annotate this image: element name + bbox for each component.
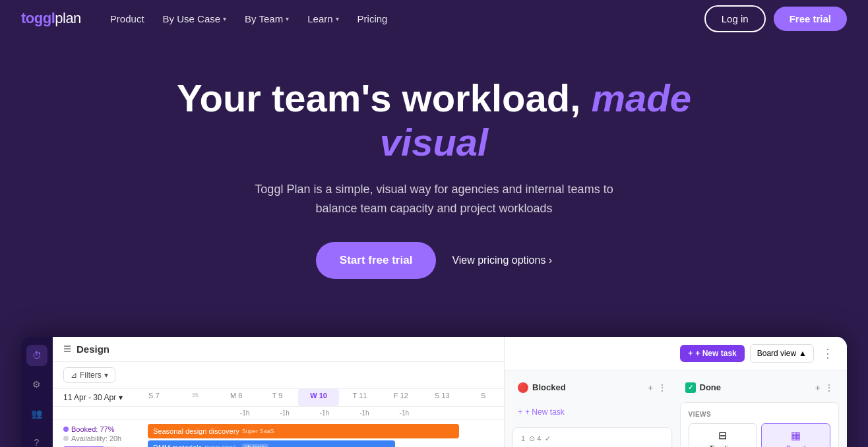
board-panel: + + New task Board view ▲ ⋮ 🚫 <box>504 337 847 447</box>
board-right-col: ✓ Done + ⋮ VIEWS ⊟ <box>680 378 840 447</box>
more-options-icon[interactable]: ⋮ <box>819 343 836 363</box>
task-label: Seasonal design discovery <box>153 427 239 435</box>
navbar: toggl plan Product By Use Case ▾ By Team… <box>0 0 868 37</box>
date-col-t9: T 9 <box>257 389 297 406</box>
done-col-header: ✓ Done + ⋮ <box>680 378 840 397</box>
minus-labels-row: -1h -1h -1h -1h -1h <box>53 407 504 420</box>
booking-percentage: Booked: 77% <box>63 425 135 433</box>
done-col-title: ✓ Done <box>685 382 722 393</box>
filter-button[interactable]: ⊿ Filters ▾ <box>63 367 115 383</box>
task-sub: Super SaaS <box>242 428 274 434</box>
task-card[interactable]: 1 ⊙ 4 ✓ [Odd use case] GitHub #1455: Use… <box>512 427 672 447</box>
timeline-panel: ☰ Design ⊿ Filters ▾ 11 Apr - 30 Apr ▾ S… <box>53 337 504 447</box>
date-col-35: 35 <box>175 389 216 406</box>
hero-cta: Start free trial View pricing options › <box>150 242 718 279</box>
date-range-button[interactable]: 11 Apr - 30 Apr ▾ <box>53 389 133 406</box>
start-trial-button[interactable]: Start free trial <box>316 242 437 279</box>
logo[interactable]: toggl plan <box>21 10 81 27</box>
timeline-date-header: 11 Apr - 30 Apr ▾ S 7 35 M 8 T 9 W 10 T … <box>53 389 504 407</box>
login-button[interactable]: Log in <box>704 5 766 32</box>
new-task-inline[interactable]: + + New task <box>512 402 672 422</box>
blocked-col-header: 🚫 Blocked + ⋮ <box>512 378 672 397</box>
task-bar-dmm[interactable]: DMM materials Super SaaS 2h Daily <box>148 440 395 447</box>
chevron-down-icon: ▾ <box>336 15 339 22</box>
sidebar-people-icon[interactable]: 👥 <box>26 403 47 424</box>
add-done-icon[interactable]: + <box>815 382 821 393</box>
sidebar-clock-icon[interactable]: ⏱ <box>26 345 47 366</box>
more-done-icon[interactable]: ⋮ <box>824 382 834 393</box>
panel-title: Design <box>77 343 109 355</box>
date-col-s7: S 7 <box>133 389 174 406</box>
task-meta-eye: ⊙ 4 <box>529 434 541 443</box>
task-card-header: 1 ⊙ 4 ✓ <box>521 434 664 443</box>
more-col-icon[interactable]: ⋮ <box>658 382 667 393</box>
task-bar-seasonal[interactable]: Seasonal design discovery Super SaaS <box>148 424 459 438</box>
free-trial-button[interactable]: Free trial <box>774 7 847 31</box>
minus-5: -1h <box>305 407 344 419</box>
timeline-icon: ⊟ <box>718 429 727 442</box>
navbar-left: toggl plan Product By Use Case ▾ By Team… <box>21 8 395 30</box>
hero-title-main: Your team's workload, <box>177 76 580 119</box>
filter-icon: ⊿ <box>71 371 77 380</box>
avail-dot-icon <box>63 436 69 441</box>
sidebar-gear-icon[interactable]: ⚙ <box>26 374 47 395</box>
view-buttons: ⊟ Timeline ▦ Board <box>689 423 831 447</box>
nav-learn[interactable]: Learn ▾ <box>299 8 346 30</box>
date-columns: S 7 35 M 8 T 9 W 10 T 11 F 12 S 13 S <box>133 389 504 406</box>
task-label: DMM materials <box>153 444 202 447</box>
nav-by-use-case[interactable]: By Use Case ▾ <box>155 8 235 30</box>
nav-product[interactable]: Product <box>102 8 152 30</box>
chevron-down-icon: ▾ <box>286 15 289 22</box>
board-view-button[interactable]: Board view ▲ <box>750 344 814 363</box>
app-sidebar: ⏱ ⚙ 👥 ? 👤 jane <box>21 337 53 447</box>
nav-by-team[interactable]: By Team ▾ <box>237 8 297 30</box>
board-icon: ▦ <box>791 429 801 442</box>
date-col-w10: W 10 <box>298 389 339 406</box>
panel-header: ☰ Design <box>53 337 504 362</box>
person-info: Booked: 77% Availability: 20h <box>53 420 145 447</box>
board-view-toggle-button[interactable]: ▦ Board <box>761 423 830 447</box>
add-task-icon[interactable]: + <box>648 382 653 393</box>
minus-9 <box>464 407 504 419</box>
done-icon: ✓ <box>685 382 696 393</box>
board-header: + + New task Board view ▲ ⋮ <box>505 337 847 371</box>
navbar-right: Log in Free trial <box>704 5 847 32</box>
views-section: VIEWS ⊟ Timeline ▦ Board <box>680 402 840 447</box>
sidebar-help-icon[interactable]: ? <box>26 432 47 447</box>
app-preview: ⏱ ⚙ 👥 ? 👤 jane ☰ Design ⊿ Filters <box>21 337 847 447</box>
minus-2 <box>185 407 224 419</box>
task-meta: 1 <box>521 434 525 442</box>
availability: Availability: 20h <box>63 434 135 442</box>
minus-8 <box>424 407 464 419</box>
date-col-f12: F 12 <box>381 389 421 406</box>
nav-links: Product By Use Case ▾ By Team ▾ Learn ▾ … <box>102 8 396 30</box>
hamburger-icon: ☰ <box>63 344 71 354</box>
hero-title: Your team's workload, made visual <box>150 76 718 164</box>
view-pricing-button[interactable]: View pricing options › <box>452 254 552 266</box>
task-badge: 2h Daily <box>242 444 269 447</box>
date-col-m8: M 8 <box>216 389 257 406</box>
blocked-col-actions: + ⋮ <box>648 382 666 393</box>
plus-icon: + <box>518 407 522 417</box>
date-col-s-end: S <box>463 389 504 406</box>
logo-plan: plan <box>55 10 81 27</box>
chevron-down-icon: ▾ <box>119 393 123 402</box>
chevron-up-icon: ▲ <box>799 349 807 358</box>
views-label: VIEWS <box>689 411 831 418</box>
blocked-col-title: 🚫 Blocked <box>518 382 566 393</box>
timeline-view-button[interactable]: ⊟ Timeline <box>689 423 758 447</box>
date-col-s13: S 13 <box>421 389 462 406</box>
minus-4: -1h <box>264 407 304 419</box>
app-preview-container: ⏱ ⚙ 👥 ? 👤 jane ☰ Design ⊿ Filters <box>0 337 868 447</box>
task-meta-check: ✓ <box>545 434 551 443</box>
nav-pricing[interactable]: Pricing <box>350 8 396 30</box>
minus-3: -1h <box>225 407 264 419</box>
hero-subtitle: Toggl Plan is a simple, visual way for a… <box>236 180 632 218</box>
logo-toggl: toggl <box>21 10 55 27</box>
board-columns: 🚫 Blocked + ⋮ + + New task <box>505 371 847 447</box>
booking-dot-icon <box>63 427 69 432</box>
date-col-t11: T 11 <box>339 389 380 406</box>
blocked-icon: 🚫 <box>518 382 528 393</box>
new-task-button[interactable]: + + New task <box>680 345 744 362</box>
hero-section: Your team's workload, made visual Toggl … <box>137 37 731 337</box>
